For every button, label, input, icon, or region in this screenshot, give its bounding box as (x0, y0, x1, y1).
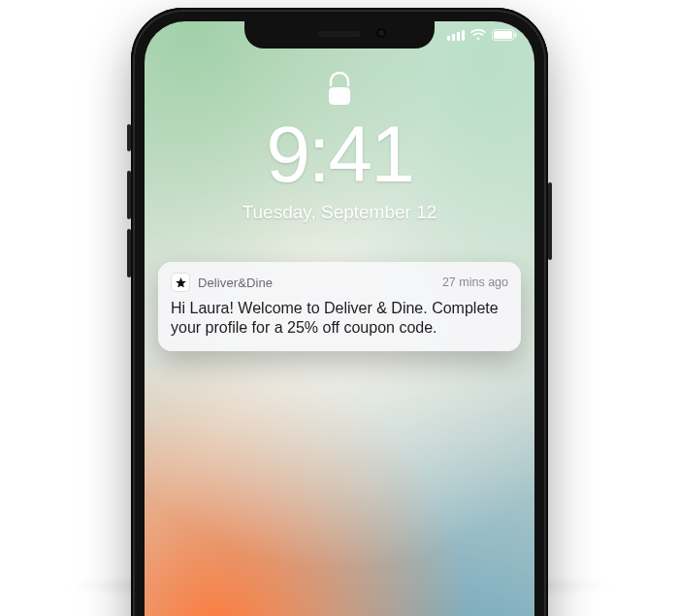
side-button (548, 182, 552, 260)
wifi-icon (470, 29, 486, 41)
svg-rect-2 (515, 33, 517, 38)
phone-screen[interactable]: 9:41 Tuesday, September 12 Deliver&Dine … (145, 21, 534, 616)
battery-icon (492, 29, 517, 41)
notification-card[interactable]: Deliver&Dine 27 mins ago Hi Laura! Welco… (158, 262, 521, 351)
stage: 9:41 Tuesday, September 12 Deliver&Dine … (0, 0, 679, 616)
mute-switch (127, 124, 131, 151)
volume-up-button (127, 171, 131, 219)
lockscreen-time: 9:41 (145, 114, 534, 194)
cellular-icon (447, 29, 465, 41)
volume-down-button (127, 229, 131, 277)
notch (244, 21, 435, 49)
notification-app-name: Deliver&Dine (198, 276, 273, 290)
star-icon (171, 273, 190, 292)
svg-rect-3 (329, 87, 350, 105)
notification-body: Hi Laura! Welcome to Deliver & Dine. Com… (171, 299, 508, 339)
lockscreen-date: Tuesday, September 12 (145, 202, 534, 223)
status-bar (447, 29, 517, 41)
notification-header: Deliver&Dine 27 mins ago (171, 273, 508, 292)
notification-time: 27 mins ago (442, 276, 508, 289)
phone-frame: 9:41 Tuesday, September 12 Deliver&Dine … (131, 8, 548, 616)
lock-icon (326, 72, 353, 113)
svg-rect-1 (494, 31, 512, 39)
